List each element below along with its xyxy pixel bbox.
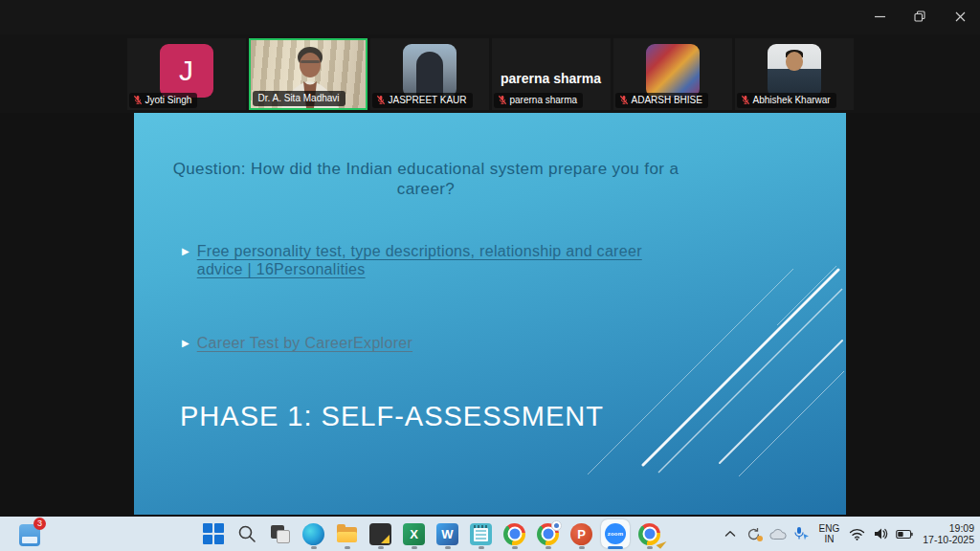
profile-badge	[551, 520, 562, 531]
tray-chevron-button[interactable]	[722, 525, 739, 542]
mic-pointer-button[interactable]	[793, 525, 811, 542]
taskbar-clock[interactable]: 19:09 17-10-2025	[920, 522, 974, 545]
participant-tile-parerna-sharma[interactable]: parerna sharma parerna sharma	[492, 38, 611, 110]
notification-badge: 3	[33, 518, 46, 530]
participant-name: Jyoti Singh	[145, 95, 192, 106]
restore-button[interactable]	[900, 0, 940, 33]
open-app-indicator	[445, 546, 451, 549]
participant-tile-jaspreet-kaur[interactable]: JASPREET KAUR	[370, 38, 489, 110]
open-app-indicator	[512, 546, 518, 549]
onedrive-button[interactable]	[769, 525, 787, 542]
search-icon	[237, 524, 256, 543]
close-button[interactable]	[940, 0, 980, 33]
participant-nametag: ADARSH BHISE	[615, 93, 708, 108]
share-cursor-icon	[656, 538, 666, 549]
start-button[interactable]	[196, 517, 230, 551]
participant-nametag: parerna sharma	[494, 93, 584, 108]
photo-silhouette	[416, 52, 443, 98]
open-app-indicator	[412, 546, 417, 549]
dark-app-icon	[369, 523, 391, 545]
file-explorer-button[interactable]	[330, 517, 364, 551]
open-app-indicator	[378, 546, 384, 549]
slide-title: Question: How did the Indian educational…	[163, 159, 689, 199]
notepad-icon	[470, 523, 492, 545]
participant-name: Abhishek Kharwar	[753, 95, 831, 106]
excel-button[interactable]: X	[397, 517, 431, 551]
widgets-button[interactable]: 3	[17, 521, 42, 546]
bullet-triangle-icon: ▶	[182, 242, 189, 278]
cloud-icon	[769, 528, 787, 540]
participant-nametag: Abhishek Kharwar	[737, 93, 836, 108]
presentation-slide: Question: How did the Indian educational…	[134, 113, 846, 515]
mic-muted-icon	[741, 95, 750, 105]
participant-name: parerna sharma	[510, 95, 578, 106]
zoom-meeting-window: J Jyoti Singh	[0, 0, 980, 551]
file-explorer-icon	[336, 523, 358, 545]
edge-button[interactable]	[297, 517, 330, 551]
word-icon: W	[436, 523, 458, 545]
clock-time: 19:09	[923, 522, 974, 534]
chevron-up-icon	[724, 530, 736, 538]
chrome-icon	[503, 523, 525, 545]
slide-phase-heading: PHASE 1: SELF-ASSESSMENT	[180, 401, 604, 432]
battery-button[interactable]	[896, 525, 913, 542]
chrome-button[interactable]	[498, 517, 531, 551]
active-app-indicator	[608, 546, 623, 549]
participant-tile-abhishek-kharwar[interactable]: Abhishek Kharwar	[735, 38, 854, 110]
powerpoint-button[interactable]: P	[565, 517, 598, 551]
powerpoint-icon: P	[570, 523, 592, 545]
system-tray: ENG IN	[722, 517, 974, 551]
participant-tile-dr-sita-madhavi[interactable]: Dr. A. Sita Madhavi	[249, 38, 368, 110]
bullet-triangle-icon: ▶	[182, 334, 189, 352]
chrome-icon	[537, 523, 559, 545]
wifi-button[interactable]	[848, 525, 865, 542]
dark-app-button[interactable]	[364, 517, 397, 551]
open-app-indicator	[479, 546, 484, 549]
mic-muted-icon	[619, 95, 629, 105]
photo-face	[786, 52, 803, 71]
participant-nametag: Dr. A. Sita Madhavi	[253, 91, 345, 106]
participant-tile-jyoti-singh[interactable]: J Jyoti Singh	[127, 38, 246, 110]
language-line1: ENG	[819, 523, 840, 534]
diagonal-lines-decoration	[588, 237, 846, 476]
open-app-indicator	[546, 546, 551, 549]
avatar-photo	[646, 44, 700, 98]
zoom-app-tile: zoom	[601, 519, 630, 548]
avatar-initial: J	[179, 55, 193, 87]
windows-logo-icon	[203, 523, 224, 544]
avatar-photo	[768, 44, 821, 98]
avatar-photo	[403, 44, 457, 98]
participant-nametag: JASPREET KAUR	[372, 93, 473, 108]
participant-tile-adarsh-bhise[interactable]: ADARSH BHISE	[613, 38, 732, 110]
chrome-share-button[interactable]	[633, 517, 666, 551]
update-sync-button[interactable]	[746, 525, 763, 542]
battery-icon	[896, 529, 913, 540]
word-button[interactable]: W	[431, 517, 464, 551]
participant-name: ADARSH BHISE	[632, 95, 702, 106]
zoom-icon: zoom	[605, 523, 626, 544]
minimize-button[interactable]	[859, 0, 900, 33]
taskbar-app-row: X W P	[196, 517, 666, 551]
participant-display-name: parerna sharma	[492, 71, 611, 86]
language-indicator[interactable]: ENG IN	[817, 523, 842, 544]
wifi-icon	[849, 528, 865, 540]
task-view-button[interactable]	[263, 517, 297, 551]
excel-icon: X	[403, 523, 425, 545]
speaker-icon	[873, 527, 888, 540]
task-view-icon	[269, 523, 291, 545]
attention-dot	[757, 536, 763, 541]
mic-muted-icon	[376, 95, 386, 105]
notepad-button[interactable]	[464, 517, 498, 551]
chrome-profile-button[interactable]	[531, 517, 565, 551]
zoom-app-button[interactable]: zoom	[598, 517, 633, 551]
search-button[interactable]	[230, 517, 263, 551]
window-controls	[859, 0, 980, 33]
open-app-indicator	[579, 546, 585, 549]
language-line2: IN	[819, 534, 840, 544]
participant-nametag: Jyoti Singh	[129, 93, 198, 108]
mic-muted-icon	[133, 95, 143, 105]
volume-button[interactable]	[872, 525, 889, 542]
chrome-icon	[638, 523, 660, 545]
mic-muted-icon	[498, 95, 507, 105]
participant-filmstrip: J Jyoti Singh	[0, 34, 980, 113]
